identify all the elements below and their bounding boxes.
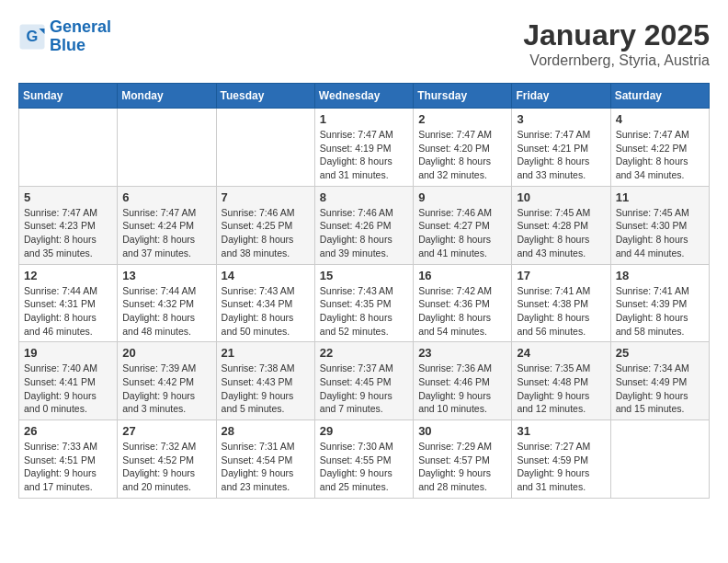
day-number: 14 [222, 269, 310, 282]
day-number: 20 [122, 346, 210, 360]
calendar-cell: 23Sunrise: 7:36 AMSunset: 4:46 PMDayligh… [414, 342, 512, 420]
calendar-cell: 24Sunrise: 7:35 AMSunset: 4:48 PMDayligh… [512, 342, 610, 420]
calendar-cell: 12Sunrise: 7:44 AMSunset: 4:31 PMDayligh… [19, 264, 118, 342]
day-number: 29 [320, 424, 408, 438]
day-number: 31 [517, 424, 605, 438]
day-info: Sunrise: 7:37 AMSunset: 4:45 PMDaylight:… [320, 362, 408, 416]
day-info: Sunrise: 7:36 AMSunset: 4:46 PMDaylight:… [418, 362, 506, 416]
calendar-cell: 28Sunrise: 7:31 AMSunset: 4:54 PMDayligh… [216, 420, 314, 499]
day-info: Sunrise: 7:46 AMSunset: 4:26 PMDaylight:… [320, 206, 408, 260]
day-info: Sunrise: 7:43 AMSunset: 4:34 PMDaylight:… [222, 284, 310, 339]
day-info: Sunrise: 7:41 AMSunset: 4:39 PMDaylight:… [616, 284, 704, 339]
calendar-cell: 4Sunrise: 7:47 AMSunset: 4:22 PMDaylight… [610, 109, 709, 187]
logo-text: General Blue [50, 18, 111, 55]
calendar-cell: 25Sunrise: 7:34 AMSunset: 4:49 PMDayligh… [610, 342, 709, 420]
day-info: Sunrise: 7:44 AMSunset: 4:31 PMDaylight:… [24, 284, 112, 339]
day-number: 2 [418, 112, 506, 126]
day-number: 10 [517, 190, 605, 204]
calendar-cell: 26Sunrise: 7:33 AMSunset: 4:51 PMDayligh… [19, 420, 118, 499]
day-number: 23 [418, 346, 506, 360]
calendar-week-row: 1Sunrise: 7:47 AMSunset: 4:19 PMDaylight… [19, 109, 710, 187]
day-number: 30 [418, 424, 506, 438]
weekday-header: Tuesday [216, 84, 314, 109]
day-number: 17 [517, 269, 605, 282]
calendar-cell: 9Sunrise: 7:46 AMSunset: 4:27 PMDaylight… [414, 186, 512, 264]
calendar-cell: 14Sunrise: 7:43 AMSunset: 4:34 PMDayligh… [216, 264, 314, 342]
calendar-cell: 21Sunrise: 7:38 AMSunset: 4:43 PMDayligh… [216, 342, 314, 420]
day-info: Sunrise: 7:47 AMSunset: 4:23 PMDaylight:… [24, 206, 112, 260]
location: Vordernberg, Styria, Austria [523, 52, 710, 69]
day-info: Sunrise: 7:38 AMSunset: 4:43 PMDaylight:… [222, 362, 310, 416]
calendar-cell [19, 109, 118, 187]
calendar-cell [118, 109, 216, 187]
calendar-cell: 5Sunrise: 7:47 AMSunset: 4:23 PMDaylight… [19, 186, 118, 264]
day-number: 21 [222, 346, 310, 360]
calendar-cell: 6Sunrise: 7:47 AMSunset: 4:24 PMDaylight… [118, 186, 216, 264]
day-number: 18 [616, 269, 704, 282]
calendar-cell: 27Sunrise: 7:32 AMSunset: 4:52 PMDayligh… [118, 420, 216, 499]
weekday-header: Thursday [414, 84, 512, 109]
day-number: 25 [616, 346, 704, 360]
calendar-cell: 29Sunrise: 7:30 AMSunset: 4:55 PMDayligh… [314, 420, 413, 499]
day-number: 27 [122, 424, 210, 438]
day-number: 28 [222, 424, 310, 438]
calendar-cell: 8Sunrise: 7:46 AMSunset: 4:26 PMDaylight… [314, 186, 413, 264]
day-info: Sunrise: 7:45 AMSunset: 4:30 PMDaylight:… [616, 206, 704, 260]
day-info: Sunrise: 7:42 AMSunset: 4:36 PMDaylight:… [418, 284, 506, 339]
calendar-cell: 31Sunrise: 7:27 AMSunset: 4:59 PMDayligh… [512, 420, 610, 499]
day-number: 19 [24, 346, 112, 360]
day-number: 8 [320, 190, 408, 204]
day-info: Sunrise: 7:47 AMSunset: 4:21 PMDaylight:… [517, 128, 605, 182]
day-info: Sunrise: 7:46 AMSunset: 4:25 PMDaylight:… [222, 206, 310, 260]
calendar-cell: 13Sunrise: 7:44 AMSunset: 4:32 PMDayligh… [118, 264, 216, 342]
calendar-cell: 17Sunrise: 7:41 AMSunset: 4:38 PMDayligh… [512, 264, 610, 342]
day-number: 13 [122, 269, 210, 282]
calendar-week-row: 12Sunrise: 7:44 AMSunset: 4:31 PMDayligh… [19, 264, 710, 342]
day-info: Sunrise: 7:27 AMSunset: 4:59 PMDaylight:… [517, 440, 605, 494]
day-info: Sunrise: 7:32 AMSunset: 4:52 PMDaylight:… [122, 440, 210, 494]
calendar-cell: 22Sunrise: 7:37 AMSunset: 4:45 PMDayligh… [314, 342, 413, 420]
day-info: Sunrise: 7:34 AMSunset: 4:49 PMDaylight:… [616, 362, 704, 416]
weekday-header-row: SundayMondayTuesdayWednesdayThursdayFrid… [19, 84, 710, 109]
weekday-header: Friday [512, 84, 610, 109]
day-info: Sunrise: 7:33 AMSunset: 4:51 PMDaylight:… [24, 440, 112, 494]
day-number: 4 [616, 112, 704, 126]
calendar-cell: 2Sunrise: 7:47 AMSunset: 4:20 PMDaylight… [414, 109, 512, 187]
day-info: Sunrise: 7:31 AMSunset: 4:54 PMDaylight:… [222, 440, 310, 494]
weekday-header: Monday [118, 84, 216, 109]
day-info: Sunrise: 7:30 AMSunset: 4:55 PMDaylight:… [320, 440, 408, 494]
day-info: Sunrise: 7:47 AMSunset: 4:22 PMDaylight:… [616, 128, 704, 182]
weekday-header: Wednesday [314, 84, 413, 109]
calendar-cell: 16Sunrise: 7:42 AMSunset: 4:36 PMDayligh… [414, 264, 512, 342]
day-number: 12 [24, 269, 112, 282]
day-info: Sunrise: 7:44 AMSunset: 4:32 PMDaylight:… [122, 284, 210, 339]
day-number: 3 [517, 112, 605, 126]
logo: G General Blue [18, 18, 111, 55]
calendar-cell: 19Sunrise: 7:40 AMSunset: 4:41 PMDayligh… [19, 342, 118, 420]
day-info: Sunrise: 7:43 AMSunset: 4:35 PMDaylight:… [320, 284, 408, 339]
calendar-header: SundayMondayTuesdayWednesdayThursdayFrid… [19, 84, 710, 109]
day-number: 9 [418, 190, 506, 204]
day-info: Sunrise: 7:47 AMSunset: 4:20 PMDaylight:… [418, 128, 506, 182]
day-number: 5 [24, 190, 112, 204]
day-number: 22 [320, 346, 408, 360]
day-info: Sunrise: 7:47 AMSunset: 4:19 PMDaylight:… [320, 128, 408, 182]
calendar-cell: 3Sunrise: 7:47 AMSunset: 4:21 PMDaylight… [512, 109, 610, 187]
day-number: 16 [418, 269, 506, 282]
calendar-cell: 20Sunrise: 7:39 AMSunset: 4:42 PMDayligh… [118, 342, 216, 420]
calendar-table: SundayMondayTuesdayWednesdayThursdayFrid… [18, 83, 710, 499]
calendar-cell [610, 420, 709, 499]
day-number: 6 [122, 190, 210, 204]
calendar-cell: 30Sunrise: 7:29 AMSunset: 4:57 PMDayligh… [414, 420, 512, 499]
day-info: Sunrise: 7:40 AMSunset: 4:41 PMDaylight:… [24, 362, 112, 416]
day-info: Sunrise: 7:35 AMSunset: 4:48 PMDaylight:… [517, 362, 605, 416]
day-info: Sunrise: 7:47 AMSunset: 4:24 PMDaylight:… [122, 206, 210, 260]
logo-icon: G [18, 23, 46, 51]
calendar-week-row: 26Sunrise: 7:33 AMSunset: 4:51 PMDayligh… [19, 420, 710, 499]
weekday-header: Sunday [19, 84, 118, 109]
calendar-cell: 15Sunrise: 7:43 AMSunset: 4:35 PMDayligh… [314, 264, 413, 342]
month-title: January 2025 [523, 18, 710, 52]
calendar-cell: 11Sunrise: 7:45 AMSunset: 4:30 PMDayligh… [610, 186, 709, 264]
day-number: 1 [320, 112, 408, 126]
calendar-week-row: 5Sunrise: 7:47 AMSunset: 4:23 PMDaylight… [19, 186, 710, 264]
